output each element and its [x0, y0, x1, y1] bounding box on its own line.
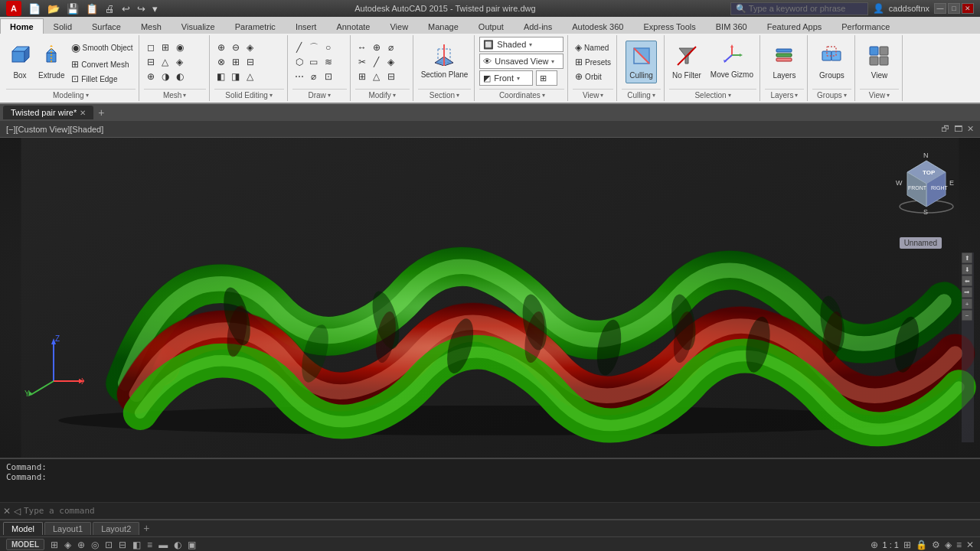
groups-btn[interactable]: Groups — [816, 41, 848, 83]
grid-icon[interactable]: ⊞ — [51, 540, 58, 550]
properties-icon[interactable]: ≡ — [956, 540, 962, 550]
tab-insert[interactable]: Insert — [286, 18, 327, 34]
side-btn1[interactable]: ⬆ — [962, 253, 972, 263]
tab-annotate[interactable]: Annotate — [326, 18, 380, 34]
vp-maximize[interactable]: 🗖 — [954, 124, 962, 134]
draw-btn5[interactable]: ▭ — [307, 55, 321, 69]
view-rb3[interactable]: ⊕ Orbit — [573, 70, 613, 83]
mesh-btn6[interactable]: ◈ — [173, 55, 187, 69]
mesh-btn1[interactable]: ◻ — [144, 41, 158, 54]
view-cube[interactable]: TOP RIGHT FRONT N S W E — [896, 153, 957, 214]
culling-btn[interactable]: Culling — [626, 41, 657, 83]
solid-btn7[interactable]: ◧ — [214, 70, 228, 83]
solid-btn3[interactable]: ◈ — [243, 41, 257, 54]
smooth-object-btn[interactable]: ◉ Smooth Object — [69, 38, 135, 57]
vp-restore[interactable]: 🗗 — [941, 124, 949, 134]
side-btn2[interactable]: ⬇ — [962, 264, 972, 275]
tab-featured[interactable]: Featured Apps — [757, 18, 832, 34]
qa-save[interactable]: 💾 — [64, 3, 81, 15]
modify-btn8[interactable]: △ — [370, 70, 384, 83]
mesh-btn3[interactable]: ◉ — [173, 41, 187, 54]
draw-btn2[interactable]: ⌒ — [307, 41, 321, 54]
no-filter-btn[interactable]: No Filter — [669, 41, 704, 83]
mesh-btn2[interactable]: ⊞ — [158, 41, 172, 54]
qa-open[interactable]: 📂 — [45, 3, 62, 15]
tab-performance[interactable]: Performance — [831, 18, 900, 34]
hardware-icon[interactable]: ⚙ — [932, 540, 940, 550]
sel-icon[interactable]: ▣ — [188, 540, 196, 550]
tab-visualize[interactable]: Visualize — [172, 18, 225, 34]
tab-autodesk360[interactable]: Autodesk 360 — [562, 18, 633, 34]
layout-tab-layout2[interactable]: Layout2 — [93, 522, 139, 535]
draw-btn9[interactable]: ⊡ — [322, 70, 335, 83]
move-gizmo-btn[interactable]: Move Gizmo — [707, 41, 756, 83]
solid-btn2[interactable]: ⊖ — [229, 41, 243, 54]
command-input-field[interactable] — [24, 506, 977, 516]
tab-view[interactable]: View — [380, 18, 418, 34]
restore-btn[interactable]: □ — [948, 3, 960, 14]
mesh-btn7[interactable]: ⊕ — [144, 70, 158, 83]
transp-icon[interactable]: ◐ — [174, 540, 181, 550]
qa-new[interactable]: 📄 — [26, 3, 43, 15]
front-dropdown[interactable]: ◩ Front ▾ — [479, 70, 533, 86]
side-btn4[interactable]: ⮕ — [962, 287, 972, 298]
solid-btn8[interactable]: ◨ — [229, 70, 243, 83]
workspace-icon[interactable]: ⊞ — [903, 540, 911, 550]
isolate-icon[interactable]: ◈ — [945, 540, 952, 550]
viewport-canvas[interactable]: Z X Y TOP — [0, 138, 980, 458]
draw-btn8[interactable]: ⌀ — [307, 70, 321, 83]
solid-btn1[interactable]: ⊕ — [214, 41, 228, 54]
modify-btn9[interactable]: ⊟ — [384, 70, 398, 83]
osnap-icon[interactable]: ⊡ — [105, 540, 113, 550]
draw-btn1[interactable]: ╱ — [292, 41, 306, 54]
qa-undo[interactable]: ↩ — [119, 3, 132, 15]
draw-btn7[interactable]: ⋯ — [292, 70, 306, 83]
mesh-btn9[interactable]: ◐ — [173, 70, 187, 83]
ortho-icon[interactable]: ⊕ — [77, 540, 85, 550]
snap-icon[interactable]: ◈ — [64, 540, 71, 550]
solid-btn4[interactable]: ⊗ — [214, 55, 228, 69]
mesh-btn5[interactable]: △ — [158, 55, 172, 69]
layout-tab-add[interactable]: + — [141, 522, 152, 534]
tab-mesh[interactable]: Mesh — [131, 18, 172, 34]
solid-btn9[interactable]: △ — [243, 70, 257, 83]
model-tool2[interactable]: ⊞ Convert Mesh — [69, 57, 135, 71]
view-rb1[interactable]: ◈ Named — [573, 41, 613, 54]
qa-saveas[interactable]: 📋 — [83, 3, 100, 15]
model-status-btn[interactable]: MODEL — [6, 539, 44, 550]
tab-express[interactable]: Express Tools — [633, 18, 705, 34]
unsavedview-dropdown[interactable]: 👁 Unsaved View ▾ — [479, 54, 564, 69]
side-btn6[interactable]: − — [962, 310, 972, 321]
solid-btn6[interactable]: ⊟ — [243, 55, 257, 69]
modify-btn1[interactable]: ↔ — [355, 41, 369, 54]
layers-btn[interactable]: Layers — [769, 41, 799, 83]
model-tool3[interactable]: ⊡ Fillet Edge — [69, 72, 135, 86]
solid-btn5[interactable]: ⊞ — [229, 55, 243, 69]
tab-addins[interactable]: Add-ins — [514, 18, 562, 34]
side-btn5[interactable]: + — [962, 298, 972, 309]
tab-parametric[interactable]: Parametric — [225, 18, 286, 34]
extrude-btn[interactable]: Extrude — [35, 41, 67, 83]
modify-btn5[interactable]: ╱ — [370, 55, 384, 69]
qa-more[interactable]: ▾ — [150, 3, 160, 15]
tab-home[interactable]: Home — [0, 18, 44, 34]
lweight-icon[interactable]: ▬ — [158, 540, 168, 550]
tab-bim360[interactable]: BIM 360 — [706, 18, 757, 34]
modify-btn7[interactable]: ⊞ — [355, 70, 369, 83]
section-plane-btn[interactable]: Section Plane — [418, 41, 472, 83]
tab-output[interactable]: Output — [469, 18, 514, 34]
side-btn3[interactable]: ⬅ — [962, 276, 972, 286]
dyn-icon[interactable]: ≡ — [147, 540, 152, 550]
draw-btn3[interactable]: ○ — [322, 41, 335, 54]
tab-surface[interactable]: Surface — [82, 18, 131, 34]
qa-print[interactable]: 🖨 — [103, 3, 117, 15]
modify-btn3[interactable]: ⌀ — [384, 41, 398, 54]
minimize-btn[interactable]: — — [934, 3, 946, 14]
view-rb2[interactable]: ⊞ Presets — [573, 55, 613, 69]
modify-btn4[interactable]: ✂ — [355, 55, 369, 69]
view-tool-btn[interactable]: View — [865, 41, 893, 83]
box-btn[interactable]: Box — [6, 41, 34, 83]
modify-btn2[interactable]: ⊕ — [370, 41, 384, 54]
qa-redo[interactable]: ↪ — [135, 3, 148, 15]
vp-close[interactable]: ✕ — [967, 124, 974, 134]
